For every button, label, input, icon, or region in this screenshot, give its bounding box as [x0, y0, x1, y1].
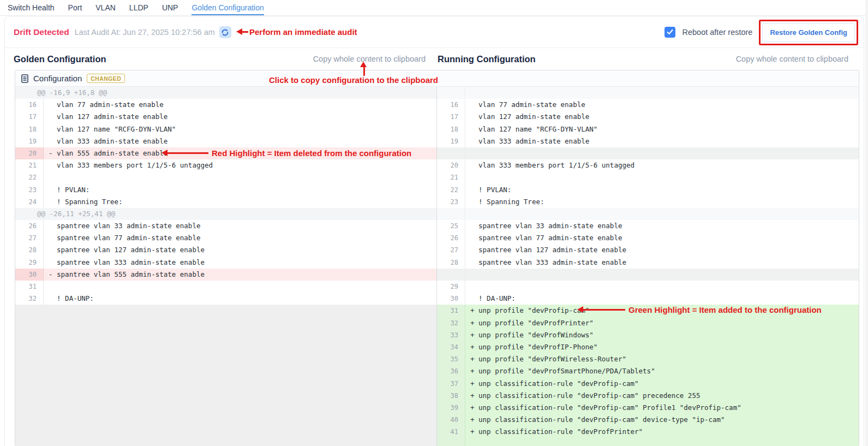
diff-right-half: 16 vlan 77 admin-state enable — [437, 99, 859, 111]
diff-left-half: 29 spantree vlan 333 admin-state enable — [15, 257, 437, 269]
tab-unp[interactable]: UNP — [162, 0, 178, 15]
code-line: spantree vlan 33 admin-state enable — [44, 220, 436, 232]
code-line: + unp profile "devProfip-cam" — [465, 305, 859, 317]
copy-golden-config-link[interactable]: Copy whole content to clipboard — [313, 55, 426, 63]
line-number — [437, 438, 465, 446]
code-line: + unp profile "devProfWireless-Router" — [465, 353, 859, 365]
restore-golden-config-button[interactable]: Restore Golden Config — [762, 23, 855, 42]
diff-right-half: 41+ unp classification-rule "devProfPrin… — [437, 426, 859, 438]
line-number: 26 — [437, 232, 465, 244]
code-line: vlan 127 name "RCFG-DYN-VLAN" — [465, 123, 859, 135]
diff-right-half: 31+ unp profile "devProfip-cam" — [437, 305, 859, 317]
code-line: spantree vlan 127 admin-state enable — [465, 244, 859, 256]
code-line: + unp profile "devProfIP-Phone" — [465, 341, 859, 353]
line-number — [437, 208, 465, 220]
diff-row: 16 vlan 77 admin-state enable16 vlan 77 … — [15, 99, 859, 111]
diff-right-half: 25 spantree vlan 33 admin-state enable — [437, 220, 859, 232]
line-number: 31 — [437, 305, 465, 317]
diff-row: 33+ unp profile "devProfWindows" — [15, 329, 859, 341]
diff-right-half — [437, 87, 859, 99]
tab-switch-health[interactable]: Switch Health — [8, 0, 55, 15]
diff-left-half: 30- spantree vlan 555 admin-state enable — [15, 269, 437, 281]
line-number: 21 — [437, 171, 465, 183]
diff-left-half: 28 spantree vlan 127 admin-state enable — [15, 244, 437, 256]
diff-row: 24 ! Spanning Tree:23 ! Spanning Tree: — [15, 196, 859, 208]
diff-left-half: 20- vlan 555 admin-state enable — [15, 147, 437, 159]
line-number: 26 — [15, 220, 44, 232]
line-number: 29 — [437, 281, 465, 293]
diff-left-half: 26 spantree vlan 33 admin-state enable — [15, 220, 437, 232]
golden-config-panel: Drift Detected Last Audit At: Jun 27, 20… — [4, 16, 864, 446]
tab-port[interactable]: Port — [68, 0, 82, 15]
code-line: spantree vlan 33 admin-state enable — [465, 220, 859, 232]
diff-row: 39+ unp classification-rule "devProfip-c… — [15, 402, 859, 414]
diff-left-half — [15, 317, 437, 329]
line-number: 38 — [437, 390, 465, 402]
diff-left-half: 19 vlan 333 admin-state enable — [15, 135, 437, 147]
run-audit-icon[interactable] — [219, 26, 231, 38]
diff-left-half: 31 — [15, 281, 437, 293]
tab-lldp[interactable]: LLDP — [129, 0, 148, 15]
tab-vlan[interactable]: VLAN — [95, 0, 116, 15]
changed-badge: CHANGED — [87, 74, 125, 83]
reboot-after-restore-checkbox[interactable] — [665, 27, 675, 38]
diff-left-half: 22 — [15, 171, 437, 183]
diff-row: 37+ unp classification-rule "devProfip-c… — [15, 378, 859, 390]
diff-left-half — [15, 341, 437, 353]
diff-left-half — [15, 402, 437, 414]
line-number — [437, 147, 465, 159]
line-number: 32 — [437, 317, 465, 329]
line-number: 37 — [437, 378, 465, 390]
line-number: 40 — [437, 414, 465, 426]
line-number: 18 — [15, 123, 44, 135]
code-line: ! Spanning Tree: — [44, 196, 436, 208]
line-number: 36 — [437, 365, 465, 377]
code-line: ! Spanning Tree: — [465, 196, 859, 208]
code-line: ! PVLAN: — [44, 184, 436, 196]
tab-golden-configuration[interactable]: Golden Configuration — [191, 0, 264, 15]
code-line: vlan 333 admin-state enable — [44, 135, 436, 147]
diff-file-header: Configuration CHANGED — [15, 70, 859, 87]
diff-row: 17 vlan 127 admin-state enable17 vlan 12… — [15, 111, 859, 123]
code-line — [44, 171, 436, 183]
diff-left-half — [15, 353, 437, 365]
line-number: 23 — [437, 196, 465, 208]
diff-right-half: 29 — [437, 281, 859, 293]
diff-left-half: 27 spantree vlan 77 admin-state enable — [15, 232, 437, 244]
line-number: 27 — [15, 232, 44, 244]
diff-left-half — [15, 305, 437, 317]
line-number — [437, 87, 465, 99]
line-number — [437, 269, 465, 281]
code-line — [465, 208, 859, 220]
line-number: 33 — [437, 329, 465, 341]
diff-left-half — [15, 378, 437, 390]
diff-right-half: 33+ unp profile "devProfWindows" — [437, 329, 859, 341]
code-line: ! DA-UNP: — [465, 293, 859, 305]
tab-bar: Switch HealthPortVLANLLDPUNPGolden Confi… — [0, 0, 868, 16]
page-scrollbar[interactable] — [865, 0, 868, 446]
copy-running-config-link[interactable]: Copy whole content to clipboard — [736, 55, 848, 63]
code-line: + unp profile "devProfSmartPhone/PDA/Tab… — [465, 365, 859, 377]
diff-filler — [15, 426, 436, 438]
code-line: ! DA-UNP: — [44, 293, 436, 305]
line-number: 18 — [437, 123, 465, 135]
line-number: 39 — [437, 402, 465, 414]
diff-right-half — [437, 147, 859, 159]
diff-row: 32+ unp profile "devProfPrinter" — [15, 317, 859, 329]
diff-left-half: @@ -26,11 +25,41 @@ — [15, 208, 437, 220]
diff-right-half: 36+ unp profile "devProfSmartPhone/PDA/T… — [437, 365, 859, 377]
diff-right-half: 28 spantree vlan 333 admin-state enable — [437, 257, 859, 269]
code-line — [465, 269, 859, 281]
diff-right-half: 20 vlan 333 members port 1/1/5-6 untagge… — [437, 159, 859, 171]
diff-row: 18 vlan 127 name "RCFG-DYN-VLAN"18 vlan … — [15, 123, 859, 135]
line-number: 22 — [15, 171, 44, 183]
diff-left-half — [15, 365, 437, 377]
hunk-header: @@ -16,9 +16,8 @@ — [15, 87, 436, 99]
diff-right-half — [437, 269, 859, 281]
line-number: 25 — [437, 220, 465, 232]
line-number: 29 — [15, 257, 44, 269]
code-line — [465, 281, 859, 293]
diff-right-half — [437, 208, 859, 220]
diff-row: 3129 — [15, 281, 859, 293]
diff-row: 32 ! DA-UNP:30 ! DA-UNP: — [15, 293, 859, 305]
